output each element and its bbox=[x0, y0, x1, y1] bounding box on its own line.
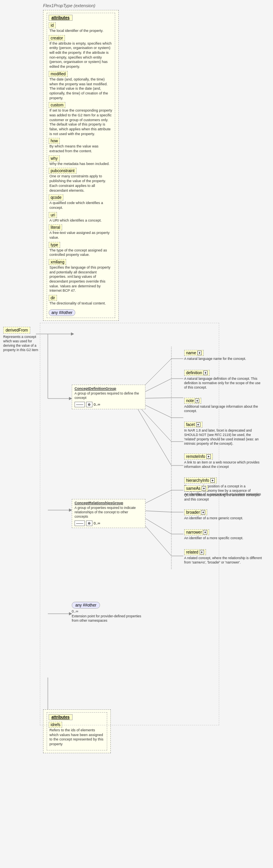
definition-plus-icon: + bbox=[203, 371, 208, 375]
field-uri-desc: A URI which identifies a concept. bbox=[49, 218, 113, 223]
prop-facet-desc: In NAR 1.8 and later, facet is deprecate… bbox=[184, 428, 262, 446]
field-modified-label: modified bbox=[49, 71, 68, 77]
field-qcode-desc: A qualified code which identifies a conc… bbox=[49, 201, 113, 210]
related-plus-icon: + bbox=[200, 550, 204, 554]
hierarchyinfo-plus-icon: + bbox=[210, 478, 215, 483]
field-how-desc: By which means the value was extracted f… bbox=[49, 144, 113, 153]
field-custom-label: custom bbox=[49, 102, 65, 108]
broader-plus-icon: + bbox=[201, 510, 205, 515]
name-plus-icon: + bbox=[197, 351, 202, 355]
cdg-label: ConceptDefinitionGroup bbox=[75, 387, 143, 391]
prop-definition: definition + A natural language definiti… bbox=[184, 370, 262, 390]
field-custom-desc: If set to true the corresponding propert… bbox=[49, 108, 113, 136]
field-id-desc: The local identifier of the property. bbox=[49, 29, 113, 33]
prop-name-desc: A natural language name for the concept. bbox=[184, 357, 262, 361]
concept-relationships-group-box: ConceptRelationshipsGroup A group of pro… bbox=[72, 499, 145, 528]
cdg-desc: A group of properties required to define… bbox=[75, 391, 143, 400]
svg-marker-2 bbox=[71, 332, 74, 336]
prop-remote-info-desc: A link to an item or a web resource whic… bbox=[184, 460, 262, 469]
prop-broader: broader + An identifier of a more generi… bbox=[184, 509, 262, 520]
field-literal-label: literal bbox=[49, 224, 62, 230]
field-dir-desc: The directionality of textual content. bbox=[49, 301, 113, 306]
field-pubconstraint-desc: One or many constraints apply to publish… bbox=[49, 174, 113, 193]
narrower-plus-icon: + bbox=[203, 530, 207, 534]
prop-narrower-label: narrower + bbox=[184, 529, 209, 535]
cdg-multiplicity: 0..∞ bbox=[94, 403, 100, 407]
field-type-desc: The type of the concept assigned as cont… bbox=[49, 248, 113, 257]
field-creator: creator If the attribute is empty, speci… bbox=[49, 35, 113, 69]
prop-facet: facet + In NAR 1.8 and later, facet is d… bbox=[184, 422, 262, 446]
field-pubconstraint: pubconstraint One or many constraints ap… bbox=[49, 168, 113, 193]
field-modified: modified The date (and, optionally, the … bbox=[49, 71, 113, 100]
prop-definition-desc: A natural language definition of the con… bbox=[184, 377, 262, 390]
field-xmllang: xmllang Specifies the language of this p… bbox=[49, 259, 113, 293]
prop-hierarchy-info-label: hierarchyInfo + bbox=[184, 477, 217, 483]
field-id-label: id bbox=[49, 22, 56, 28]
cdg-choice-symbol: ⊕ bbox=[86, 402, 92, 407]
field-idrefs-label: idrefs bbox=[49, 722, 62, 728]
field-why-desc: Why the metadata has been included. bbox=[49, 162, 113, 167]
cdg-seq-symbol: —— bbox=[75, 402, 85, 407]
prop-same-as-desc: An identifier of a concept with equivale… bbox=[184, 492, 262, 497]
field-qcode-label: qcode bbox=[49, 194, 63, 200]
prop-note-desc: Additional natural language information … bbox=[184, 405, 262, 413]
top-outer-box: attributes id The local identifier of th… bbox=[43, 10, 119, 321]
bottom-attributes-inner: attributes idrefs Refers to the ids of e… bbox=[47, 712, 107, 750]
field-creator-label: creator bbox=[49, 35, 65, 41]
field-type: type The type of the concept assigned as… bbox=[49, 242, 113, 257]
any-other-bottom-desc: Extension point for provider-defined pro… bbox=[72, 614, 145, 623]
prop-remote-info: remoteInfo + A link to an item or a web … bbox=[184, 454, 262, 469]
sameas-plus-icon: + bbox=[202, 486, 206, 491]
crg-desc: A group of properties required to indica… bbox=[75, 506, 143, 519]
crg-connectors: —— ⊕ 0..∞ bbox=[75, 520, 143, 526]
page-title: Flex1PropType (extension) bbox=[43, 3, 95, 8]
field-qcode: qcode A qualified code which identifies … bbox=[49, 194, 113, 210]
prop-broader-label: broader + bbox=[184, 509, 207, 515]
prop-name-label: name + bbox=[184, 350, 204, 356]
top-attributes-box: attributes id The local identifier of th… bbox=[47, 13, 115, 318]
any-other-bottom-badge: any ##other bbox=[72, 602, 100, 609]
field-literal-desc: A free-text value assigned as property v… bbox=[49, 231, 113, 240]
prop-narrower-desc: An identifier of a more specific concept… bbox=[184, 536, 262, 540]
prop-related: related + A related concept, where the r… bbox=[184, 549, 262, 565]
attributes-label: attributes bbox=[49, 15, 73, 21]
field-literal: literal A free-text value assigned as pr… bbox=[49, 224, 113, 240]
concept-definition-group-box: ConceptDefinitionGroup A group of proper… bbox=[72, 385, 145, 409]
prop-remote-info-label: remoteInfo + bbox=[184, 454, 213, 460]
crg-choice-symbol: ⊕ bbox=[86, 520, 92, 526]
field-how: how By which means the value was extract… bbox=[49, 138, 113, 153]
crg-seq-symbol: —— bbox=[75, 520, 85, 526]
derived-from-desc: Represents a concept which was used for … bbox=[3, 335, 41, 352]
crg-label: ConceptRelationshipsGroup bbox=[75, 501, 143, 505]
prop-narrower: narrower + An identifier of a more speci… bbox=[184, 529, 262, 540]
any-other-bottom-container: any ##other 0..∞ Extension point for pro… bbox=[72, 602, 145, 623]
field-uri: uri A URI which identifies a concept. bbox=[49, 212, 113, 223]
prop-note-label: note + bbox=[184, 398, 201, 404]
field-idrefs: idrefs Refers to the ids of elements whi… bbox=[49, 722, 105, 747]
note-plus-icon: + bbox=[195, 399, 199, 403]
prop-related-label: related + bbox=[184, 549, 206, 555]
prop-definition-label: definition + bbox=[184, 370, 210, 376]
field-dir: dir The directionality of textual conten… bbox=[49, 295, 113, 306]
field-custom: custom If set to true the corresponding … bbox=[49, 102, 113, 136]
field-creator-desc: If the attribute is empty, specifies whi… bbox=[49, 41, 113, 69]
prop-facet-label: facet + bbox=[184, 422, 202, 428]
bottom-attributes-label: attributes bbox=[49, 714, 73, 720]
page-wrapper: Flex1PropType (extension) attributes id … bbox=[0, 0, 273, 868]
field-uri-label: uri bbox=[49, 212, 57, 218]
prop-broader-desc: An identifier of a more generic concept. bbox=[184, 516, 262, 520]
bottom-attributes-outer: attributes idrefs Refers to the ids of e… bbox=[43, 709, 111, 753]
field-why-label: why bbox=[49, 155, 60, 161]
field-idrefs-desc: Refers to the ids of elements which valu… bbox=[49, 728, 105, 747]
field-id: id The local identifier of the property. bbox=[49, 22, 113, 33]
field-why: why Why the metadata has been included. bbox=[49, 155, 113, 167]
derived-from-container: derivedFrom Represents a concept which w… bbox=[3, 327, 41, 352]
any-other-bottom-multiplicity: 0..∞ bbox=[72, 609, 145, 613]
field-dir-label: dir bbox=[49, 295, 57, 301]
any-other-badge: any ##other bbox=[49, 308, 113, 316]
remoteinfo-plus-icon: + bbox=[206, 454, 211, 459]
crg-multiplicity: 0..∞ bbox=[94, 521, 100, 525]
field-pubconstraint-label: pubconstraint bbox=[49, 168, 77, 174]
field-modified-desc: The date (and, optionally, the time) whe… bbox=[49, 77, 113, 100]
prop-related-desc: A related concept, where the relationshi… bbox=[184, 556, 262, 565]
